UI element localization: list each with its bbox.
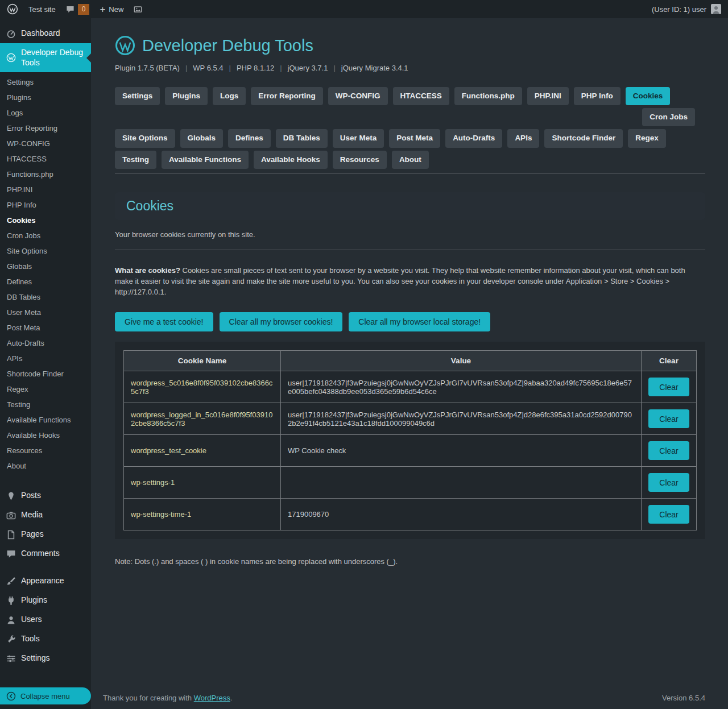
sidebar-submenu-item[interactable]: Logs — [0, 105, 91, 121]
sidebar-item-label: Dashboard — [21, 28, 60, 39]
sidebar-item-dashboard[interactable]: Dashboard — [0, 24, 91, 43]
sidebar-submenu-item[interactable]: Settings — [0, 74, 91, 90]
image-icon[interactable] — [134, 5, 142, 14]
person-icon — [6, 615, 16, 625]
tab[interactable]: Available Functions — [162, 151, 249, 169]
sidebar-item-developer-debug-tools[interactable]: Developer Debug Tools — [0, 43, 91, 72]
sidebar-submenu-item[interactable]: WP-CONFIG — [0, 136, 91, 151]
tab[interactable]: Logs — [213, 87, 246, 105]
sidebar-item-plugins[interactable]: Plugins — [0, 591, 91, 610]
clear-cookie-button[interactable]: Clear — [648, 378, 689, 396]
sidebar-submenu-item[interactable]: Cookies — [0, 213, 91, 228]
tab[interactable]: PHP Info — [574, 87, 621, 105]
sidebar-submenu-item[interactable]: Available Functions — [0, 412, 91, 428]
sidebar: Dashboard Developer Debug Tools Settings… — [0, 18, 91, 709]
sidebar-submenu-item[interactable]: Defines — [0, 274, 91, 289]
cookie-value-cell: user|1719182437|f3wPzuiegsj0jGwNwOyVZJsP… — [281, 403, 642, 435]
tab[interactable]: Available Hooks — [254, 151, 328, 169]
tab[interactable]: DB Tables — [276, 129, 328, 147]
footer-thanks-text: Thank you for creating with — [103, 694, 192, 702]
cookie-action-button[interactable]: Clear all my browser cookies! — [220, 312, 343, 331]
main-content: Developer Debug Tools Plugin 1.7.5 (BETA… — [91, 18, 728, 709]
admin-bar-comments[interactable]: 0 — [66, 4, 90, 15]
sidebar-item-pages[interactable]: Pages — [0, 525, 91, 544]
sidebar-submenu-item[interactable]: DB Tables — [0, 289, 91, 305]
cookie-name-cell: wp-settings-time-1 — [124, 499, 281, 530]
page-layout: Dashboard Developer Debug Tools Settings… — [0, 18, 728, 709]
camera-icon — [6, 510, 16, 520]
debug-tabs: SettingsPluginsLogsError ReportingWP-CON… — [115, 87, 705, 174]
collapse-menu-button[interactable]: Collapse menu — [0, 687, 91, 704]
tab[interactable]: HTACCESS — [393, 87, 449, 105]
clear-cookie-button[interactable]: Clear — [648, 441, 689, 460]
clear-cookie-button[interactable]: Clear — [648, 505, 689, 524]
sidebar-item-users[interactable]: Users — [0, 610, 91, 629]
tab[interactable]: Cookies — [626, 87, 671, 105]
info-question: What are cookies? — [115, 266, 180, 275]
cookie-name-cell: wordpress_test_cookie — [124, 435, 281, 467]
tab[interactable]: Post Meta — [389, 129, 440, 147]
sidebar-item-posts[interactable]: Posts — [0, 486, 91, 505]
sidebar-item-appearance[interactable]: Appearance — [0, 571, 91, 591]
sidebar-submenu-item[interactable]: Resources — [0, 443, 91, 458]
tab[interactable]: Testing — [115, 151, 156, 169]
tab[interactable]: Regex — [628, 129, 666, 147]
clear-cookie-button[interactable]: Clear — [648, 409, 689, 428]
sidebar-submenu-item[interactable]: Available Hooks — [0, 428, 91, 443]
sidebar-submenu-item[interactable]: Functions.php — [0, 167, 91, 182]
sidebar-submenu-item[interactable]: Site Options — [0, 243, 91, 259]
tab[interactable]: WP-CONFIG — [328, 87, 388, 105]
tab[interactable]: Defines — [228, 129, 271, 147]
sidebar-submenu-item[interactable]: Cron Jobs — [0, 228, 91, 243]
sidebar-item-media[interactable]: Media — [0, 505, 91, 525]
version-text: Version 6.5.4 — [662, 694, 705, 702]
tab[interactable]: Globals — [180, 129, 224, 147]
cookie-action-button[interactable]: Give me a test cookie! — [115, 312, 213, 331]
tab[interactable]: Shortcode Finder — [544, 129, 623, 147]
sidebar-submenu-item[interactable]: PHP.INI — [0, 182, 91, 197]
tab-cron-jobs[interactable]: Cron Jobs — [642, 108, 695, 126]
tab[interactable]: User Meta — [333, 129, 384, 147]
avatar[interactable] — [711, 4, 721, 14]
tab[interactable]: Site Options — [115, 129, 175, 147]
user-info[interactable]: (User ID: 1) user — [652, 5, 706, 14]
sidebar-submenu-item[interactable]: Post Meta — [0, 320, 91, 335]
sidebar-submenu-item[interactable]: About — [0, 458, 91, 474]
sidebar-item-label: Developer Debug Tools — [21, 48, 86, 68]
clear-cookie-button[interactable]: Clear — [648, 473, 689, 492]
sidebar-submenu-item[interactable]: User Meta — [0, 305, 91, 320]
sidebar-item-tools[interactable]: Tools — [0, 629, 91, 649]
table-row: wordpress_test_cookie WP Cookie check Cl… — [124, 435, 697, 467]
sidebar-submenu-item[interactable]: Regex — [0, 382, 91, 397]
tab[interactable]: About — [392, 151, 429, 169]
sidebar-submenu-item[interactable]: HTACCESS — [0, 151, 91, 167]
sidebar-item-comments[interactable]: Comments — [0, 544, 91, 563]
tab[interactable]: Settings — [115, 87, 160, 105]
new-content-button[interactable]: + New — [100, 5, 123, 14]
sidebar-submenu-item[interactable]: PHP Info — [0, 197, 91, 213]
wordpress-link[interactable]: WordPress — [194, 694, 230, 702]
tab[interactable]: Functions.php — [454, 87, 522, 105]
tab[interactable]: Resources — [333, 151, 387, 169]
sidebar-item-settings[interactable]: Settings — [0, 649, 91, 668]
tab[interactable]: Auto-Drafts — [445, 129, 502, 147]
cookie-action-button[interactable]: Clear all my browser local storage! — [349, 312, 490, 331]
tab[interactable]: Error Reporting — [251, 87, 323, 105]
cookie-value-cell — [281, 467, 642, 499]
sidebar-submenu-item[interactable]: Error Reporting — [0, 121, 91, 136]
sidebar-submenu-item[interactable]: APIs — [0, 351, 91, 366]
sidebar-submenu-item[interactable]: Testing — [0, 397, 91, 412]
sidebar-submenu-item[interactable]: Plugins — [0, 90, 91, 105]
tab[interactable]: APIs — [507, 129, 539, 147]
wordpress-logo-icon[interactable] — [7, 3, 18, 15]
plus-icon: + — [100, 5, 105, 14]
sidebar-submenu-item[interactable]: Shortcode Finder — [0, 366, 91, 382]
sidebar-submenu-item[interactable]: Auto-Drafts — [0, 335, 91, 351]
brush-icon — [6, 576, 16, 586]
tab[interactable]: Plugins — [165, 87, 208, 105]
site-name-link[interactable]: Test site — [28, 5, 56, 14]
cookie-clear-cell: Clear — [642, 435, 697, 467]
tab[interactable]: PHP.INI — [527, 87, 569, 105]
col-cookie-name: Cookie Name — [124, 351, 281, 371]
sidebar-submenu-item[interactable]: Globals — [0, 259, 91, 274]
